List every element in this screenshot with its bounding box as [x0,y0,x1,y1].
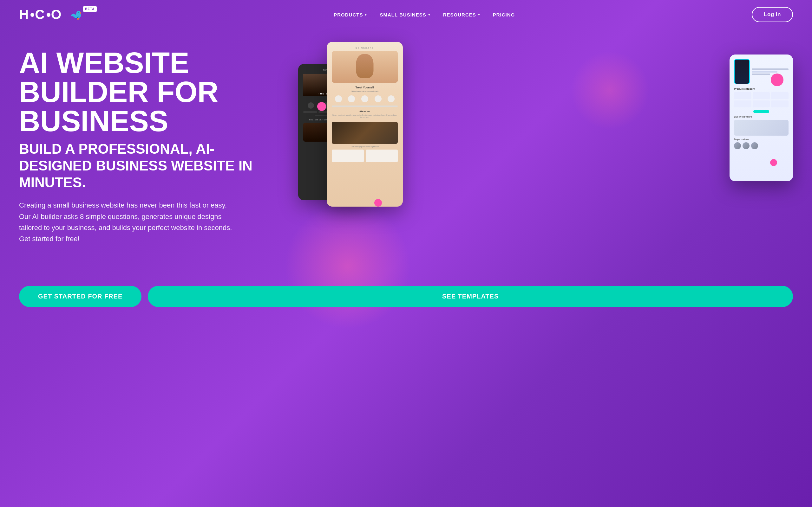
tech-phone-mockup [734,59,750,84]
nav-links: PRODUCTS ▾ SMALL BUSINESS ▾ RESOURCES ▾ … [334,12,515,17]
nav-item-products[interactable]: PRODUCTS ▾ [334,12,367,17]
mockup-buyer-reviews: Buyer reviews [734,138,789,140]
review-avatar-1 [734,142,741,149]
product-1 [332,150,364,162]
mockup-skincare-icons [332,95,398,102]
skincare-divider [332,106,398,107]
beta-badge: BETA [83,6,97,12]
hero-description: Creating a small business website has ne… [19,200,235,244]
nav-link-pricing[interactable]: PRICING [493,12,515,17]
hero-section: HCO 🐦 BETA PRODUCTS ▾ SMALL BUSINESS ▾ [0,0,812,507]
mockup-about-text: We are passionate about bringing you the… [332,114,398,118]
product-cell-5 [753,101,770,107]
nav-link-small-business[interactable]: SMALL BUSINESS ▾ [380,12,430,17]
nav-item-small-business[interactable]: SMALL BUSINESS ▾ [380,12,430,17]
hero-content: AI WEBSITE BUILDER FOR BUSINESS BUILD A … [0,29,812,273]
mockup-popular-label: Our most popular items right now [332,146,398,148]
mockup-skincare-subtitle: Skin pleasure in your own hands [332,90,398,92]
review-avatar-2 [743,142,750,149]
skin-icon-5 [388,95,395,102]
mockup-skincare: SKINSCARE Treat Yourself Skin pleasure i… [327,42,403,207]
mockup-skincare-hero [332,51,398,83]
skin-icon-4 [374,95,382,102]
decorative-dot-1 [317,102,326,111]
nav-link-products[interactable]: PRODUCTS ▾ [334,12,367,17]
product-cell-6 [771,101,789,107]
tech-cta-button [753,110,769,113]
decorative-dot-2 [771,73,783,86]
cta-primary-button[interactable]: GET STARTED FOR FREE [19,286,142,307]
review-avatar-3 [751,142,758,149]
mockup-products-row [332,150,398,162]
product-cell-2 [753,92,770,99]
logo-text: HCO 🐦 [19,8,83,21]
mockup-skin-faces [332,122,398,144]
service-icon-1 [308,102,314,109]
mockup-about-title: About us [332,110,398,113]
mockup-tech: Product category Live in the future Buye… [729,55,793,181]
navbar: HCO 🐦 BETA PRODUCTS ▾ SMALL BUSINESS ▾ [0,0,812,29]
hero-cta: GET STARTED FOR FREE SEE TEMPLATES [0,286,812,320]
nav-item-pricing[interactable]: PRICING [493,12,515,17]
hero-images: THE BARBERSHOP THE BARBERSHOP SERVICES [298,39,793,254]
decorative-dot-4 [770,159,777,166]
chevron-down-icon: ▾ [478,13,480,17]
hero-subtitle: BUILD A PROFESSIONAL, AI-DESIGNED BUSINE… [19,141,286,191]
logo-area: HCO 🐦 BETA [19,8,97,21]
chevron-down-icon: ▾ [428,13,430,17]
product-cell-3 [771,92,789,99]
product-cell-4 [734,101,751,107]
mockup-product-category: Product category [734,88,789,90]
tech-header-text [752,68,789,75]
skin-icon-2 [348,95,355,102]
hero-title-line2: BUILDER FOR BUSINESS [19,77,286,135]
product-2 [366,150,398,162]
mockup-product-grid [734,92,789,107]
hero-text: AI WEBSITE BUILDER FOR BUSINESS BUILD A … [19,42,286,244]
mockup-live-future: Live in the future [734,116,789,118]
mockup-skincare-tagline: Treat Yourself [332,86,398,89]
login-button[interactable]: Log In [752,7,793,22]
mockup-gadget-image [734,120,789,135]
mockup-skincare-brand: SKINSCARE [332,47,398,49]
mockup-review-avatars [734,142,789,149]
hero-title-line1: AI WEBSITE [19,48,286,77]
skin-icon-1 [335,95,342,102]
chevron-down-icon: ▾ [365,13,367,17]
product-cell-1 [734,92,751,99]
skin-icon-3 [361,95,368,102]
cta-secondary-button[interactable]: SEE TEMPLATES [148,286,793,307]
nav-item-resources[interactable]: RESOURCES ▾ [443,12,480,17]
decorative-dot-3 [374,199,382,207]
nav-link-resources[interactable]: RESOURCES ▾ [443,12,480,17]
